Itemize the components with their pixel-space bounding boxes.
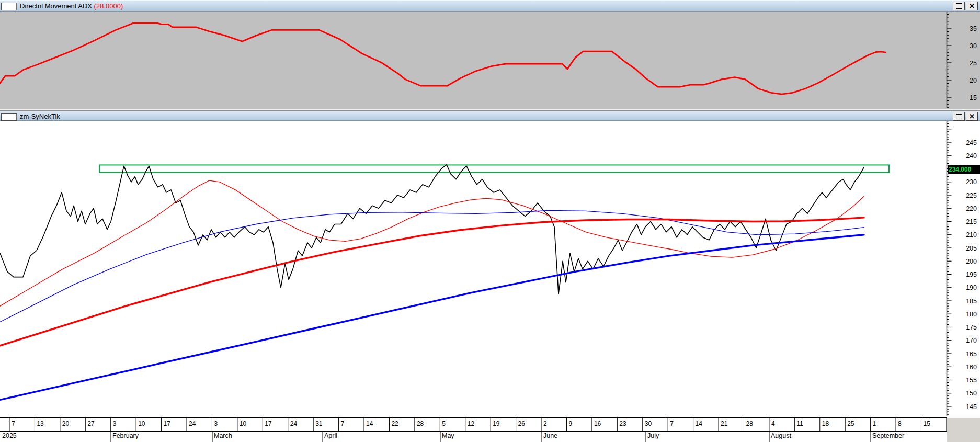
price-maximize-button[interactable] — [953, 112, 965, 121]
series-ma-slowest-blue — [0, 235, 864, 400]
week-date-label: 31 — [315, 420, 322, 427]
month-label: February — [112, 432, 139, 439]
y-tick-label: 220 — [966, 205, 977, 212]
y-tick-label: 165 — [966, 350, 977, 358]
week-date-label: 7 — [670, 420, 674, 427]
y-tick-label: 35 — [970, 25, 977, 32]
maximize-icon — [956, 3, 962, 9]
week-date-label: 14 — [696, 420, 702, 427]
series-ma-fast-red — [0, 180, 864, 306]
y-tick-label: 200 — [966, 258, 977, 265]
month-label: March — [214, 432, 232, 439]
series-close-price — [0, 165, 864, 294]
y-tick-label: 20 — [970, 77, 977, 84]
week-date-label: 4 — [771, 420, 775, 427]
week-date-label: 3 — [113, 420, 117, 427]
date-axis-canvas — [0, 417, 980, 442]
y-tick-label: 230 — [966, 178, 977, 186]
resistance-box — [99, 165, 889, 172]
y-tick-label: 25 — [970, 60, 977, 67]
y-tick-label: 180 — [966, 311, 977, 318]
y-tick-label: 185 — [966, 298, 977, 305]
week-date-label: 19 — [493, 420, 499, 427]
adx-chart-area[interactable]: 3530252015 — [0, 12, 980, 109]
week-date-label: 30 — [645, 420, 652, 427]
y-tick-label: 155 — [966, 377, 977, 384]
week-date-label: 5 — [442, 420, 446, 427]
price-close-button[interactable]: ✕ — [966, 112, 978, 121]
y-tick-label: 240 — [966, 152, 977, 160]
week-date-label: 25 — [847, 420, 854, 427]
week-date-label: 26 — [518, 420, 525, 427]
y-tick-label: 150 — [966, 390, 977, 397]
adx-close-button[interactable]: ✕ — [966, 2, 978, 10]
close-icon: ✕ — [969, 113, 975, 120]
week-date-label: 17 — [265, 420, 271, 427]
price-chart-area[interactable]: 1451501551601651701751801851901952002052… — [0, 121, 980, 417]
y-tick-label: 205 — [966, 245, 977, 252]
week-date-label: 23 — [619, 420, 626, 427]
y-tick-label: 30 — [970, 42, 977, 50]
charting-app-window: Directnl Movement ADX (28.0000) ✕ 353025… — [0, 0, 980, 442]
week-date-label: 17 — [164, 420, 170, 427]
last-price-marker: 234.000 — [948, 165, 980, 174]
close-icon: ✕ — [969, 3, 975, 9]
price-collapse-box[interactable] — [1, 113, 17, 121]
week-date-label: 18 — [822, 420, 829, 427]
adx-panel-title: Directnl Movement ADX (28.0000) — [20, 2, 123, 10]
year-label: 2025 — [2, 432, 17, 439]
y-tick-label: 225 — [966, 192, 977, 199]
week-date-label: 27 — [87, 420, 94, 427]
adx-panel-titlebar[interactable]: Directnl Movement ADX (28.0000) ✕ — [0, 0, 980, 12]
date-axis[interactable]: 7132027310172431017243171422285121926291… — [0, 417, 980, 442]
y-tick-label: 215 — [966, 218, 977, 225]
week-date-label: 16 — [594, 420, 601, 427]
month-label: June — [543, 432, 557, 439]
week-date-label: 10 — [240, 420, 246, 427]
y-tick-label: 160 — [966, 364, 977, 371]
y-tick-label: 170 — [966, 337, 977, 344]
week-date-label: 28 — [746, 420, 753, 427]
month-label: July — [647, 432, 659, 439]
y-tick-label: 175 — [966, 324, 977, 331]
month-label: April — [324, 432, 337, 439]
y-tick-label: 245 — [966, 139, 977, 146]
month-label: September — [872, 432, 904, 439]
price-panel-titlebar[interactable]: zm-SyNekTik ✕ — [0, 111, 980, 121]
price-chart-canvas[interactable]: 1451501551601651701751801851901952002052… — [0, 121, 980, 417]
adx-collapse-box[interactable] — [1, 3, 17, 10]
week-date-label: 24 — [189, 420, 196, 427]
week-date-label: 20 — [62, 420, 69, 427]
week-date-label: 9 — [568, 420, 572, 427]
y-tick-label: 195 — [966, 271, 977, 278]
week-date-label: 13 — [37, 420, 43, 427]
maximize-icon — [956, 114, 962, 119]
week-date-label: 14 — [366, 420, 373, 427]
week-date-label: 24 — [290, 420, 297, 427]
month-label: August — [771, 432, 791, 439]
series-ma-slow-red — [0, 218, 864, 346]
month-label: May — [442, 432, 454, 439]
adx-title-label: Directnl Movement ADX — [20, 2, 92, 10]
week-date-label: 7 — [341, 420, 345, 427]
week-date-label: 3 — [214, 420, 218, 427]
adx-maximize-button[interactable] — [953, 2, 965, 10]
week-date-label: 2 — [543, 420, 547, 427]
axis-corner-filler — [947, 418, 980, 442]
week-date-label: 21 — [721, 420, 727, 427]
week-date-label: 8 — [898, 420, 902, 427]
week-date-label: 22 — [391, 420, 398, 427]
y-tick-label: 15 — [970, 94, 977, 101]
y-tick-label: 145 — [966, 403, 977, 411]
week-date-label: 10 — [138, 420, 145, 427]
adx-chart-canvas[interactable]: 3530252015 — [0, 12, 980, 109]
y-tick-label: 190 — [966, 284, 977, 291]
week-date-label: 12 — [468, 420, 474, 427]
series-ADX — [0, 23, 885, 94]
week-date-label: 11 — [796, 420, 803, 427]
adx-title-value: (28.0000) — [92, 2, 123, 10]
week-date-label: 7 — [12, 420, 15, 427]
price-panel-title: zm-SyNekTik — [20, 112, 60, 120]
week-date-label: 15 — [923, 420, 930, 427]
week-date-label: 28 — [417, 420, 424, 427]
